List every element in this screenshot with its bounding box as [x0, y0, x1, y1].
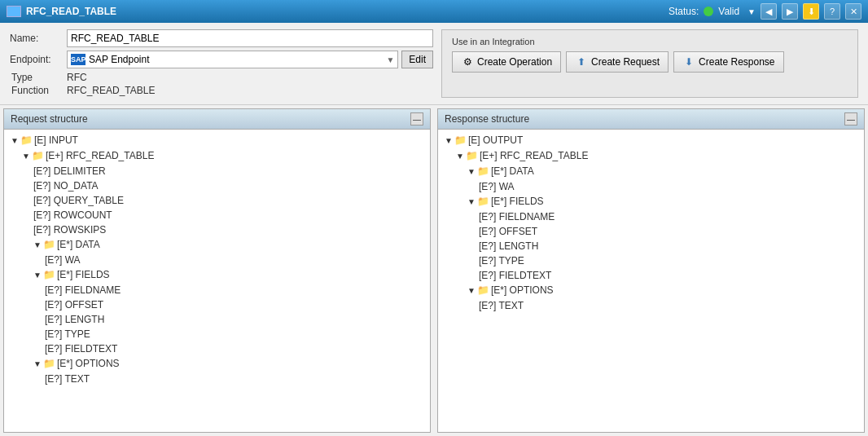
type-value: RFC — [67, 72, 87, 83]
request-panel-content: ▼📁[E] INPUT▼📁[E+] RFC_READ_TABLE[E?] DEL… — [4, 130, 430, 432]
form-area: Name: Endpoint: SAP SAP Endpoint ▼ Edit — [0, 23, 868, 105]
tree-item-s2[interactable]: ▼📁[E+] RFC_READ_TABLE — [441, 148, 861, 164]
response-panel-header: Response structure — — [438, 109, 864, 130]
response-panel-title: Response structure — [445, 113, 529, 125]
name-label: Name: — [10, 33, 67, 44]
status-value: Valid — [718, 6, 739, 17]
endpoint-arrow-icon: ▼ — [386, 55, 394, 64]
folder-icon: 📁 — [477, 196, 489, 207]
type-label: Type — [10, 72, 67, 83]
create-operation-button[interactable]: ⚙ Create Operation — [452, 51, 561, 73]
tree-item-s12[interactable]: [E?] TEXT — [441, 298, 861, 313]
tree-item-r7[interactable]: [E?] ROWSKIPS — [7, 222, 427, 237]
nav-back-button[interactable]: ◀ — [761, 3, 777, 20]
tree-item-label: [E+] RFC_READ_TABLE — [46, 150, 155, 161]
create-operation-icon: ⚙ — [461, 55, 474, 68]
request-panel-header: Request structure — — [4, 109, 430, 130]
folder-icon: 📁 — [43, 269, 55, 280]
tree-item-r2[interactable]: ▼📁[E+] RFC_READ_TABLE — [7, 148, 427, 164]
request-panel-minimize[interactable]: — — [410, 112, 423, 126]
tree-item-r1[interactable]: ▼📁[E] INPUT — [7, 133, 427, 148]
type-row: Type RFC — [10, 72, 433, 83]
response-panel-minimize[interactable]: — — [844, 112, 857, 126]
status-area: Status: Valid ▼ ◀ ▶ ⬇ ? ✕ — [669, 3, 861, 20]
create-request-icon: ⬆ — [575, 55, 588, 68]
tree-toggle: ▼ — [467, 197, 476, 206]
tree-item-label: [E+] RFC_READ_TABLE — [480, 150, 589, 161]
tree-item-label: [E?] DELIMITER — [33, 165, 106, 177]
tree-item-label: [E?] TYPE — [45, 328, 90, 340]
tree-item-s5[interactable]: ▼📁[E*] FIELDS — [441, 194, 861, 209]
tree-item-label: [E?] OFFSET — [45, 299, 103, 310]
status-dot — [704, 7, 713, 16]
help-button[interactable]: ? — [824, 3, 840, 20]
tree-toggle: ▼ — [33, 240, 42, 249]
tree-item-s8[interactable]: [E?] LENGTH — [441, 239, 861, 253]
tree-item-label: [E] OUTPUT — [468, 134, 523, 146]
endpoint-wrapper: SAP SAP Endpoint ▼ Edit — [67, 51, 433, 68]
tree-item-r10[interactable]: ▼📁[E*] FIELDS — [7, 267, 427, 283]
tree-item-s1[interactable]: ▼📁[E] OUTPUT — [441, 133, 861, 148]
tree-item-r12[interactable]: [E?] OFFSET — [7, 297, 427, 312]
tree-item-r11[interactable]: [E?] FIELDNAME — [7, 283, 427, 297]
tree-item-label: [E?] NO_DATA — [33, 180, 99, 192]
create-response-button[interactable]: ⬇ Create Response — [673, 51, 783, 73]
tree-item-label: [E?] WA — [479, 181, 515, 192]
tree-item-r6[interactable]: [E?] ROWCOUNT — [7, 208, 427, 222]
tree-item-r16[interactable]: ▼📁[E*] OPTIONS — [7, 356, 427, 372]
tree-item-label: [E?] TEXT — [479, 300, 524, 311]
tree-item-r13[interactable]: [E?] LENGTH — [7, 312, 427, 327]
tree-item-label: [E?] FIELDNAME — [479, 211, 555, 222]
form-section: Name: Endpoint: SAP SAP Endpoint ▼ Edit — [10, 29, 433, 98]
tree-item-s6[interactable]: [E?] FIELDNAME — [441, 209, 861, 224]
tree-item-label: [E?] FIELDNAME — [45, 284, 121, 296]
tree-toggle: ▼ — [467, 167, 476, 176]
tree-item-s10[interactable]: [E?] FIELDTEXT — [441, 268, 861, 283]
tree-item-r14[interactable]: [E?] TYPE — [7, 327, 427, 341]
edit-button[interactable]: Edit — [401, 51, 433, 68]
tree-item-label: [E*] FIELDS — [491, 196, 544, 207]
tree-item-r8[interactable]: ▼📁[E*] DATA — [7, 237, 427, 253]
function-value: RFC_READ_TABLE — [67, 85, 155, 96]
buttons-section: Use in an Integration ⚙ Create Operation… — [441, 29, 858, 98]
tree-item-r15[interactable]: [E?] FIELDTEXT — [7, 341, 427, 356]
tree-item-s9[interactable]: [E?] TYPE — [441, 253, 861, 268]
create-request-label: Create Request — [591, 56, 660, 68]
tree-item-s3[interactable]: ▼📁[E*] DATA — [441, 164, 861, 179]
tree-item-label: [E?] TEXT — [45, 373, 90, 385]
tree-item-r3[interactable]: [E?] DELIMITER — [7, 164, 427, 178]
tree-item-label: [E*] OPTIONS — [491, 284, 554, 296]
tree-item-label: [E?] LENGTH — [479, 240, 538, 252]
tree-item-r17[interactable]: [E?] TEXT — [7, 372, 427, 386]
tree-item-r4[interactable]: [E?] NO_DATA — [7, 178, 427, 193]
folder-icon: 📁 — [477, 284, 489, 296]
download-button[interactable]: ⬇ — [803, 3, 819, 20]
name-input[interactable] — [67, 29, 433, 47]
folder-icon: 📁 — [477, 165, 489, 177]
folder-icon: 📁 — [454, 134, 467, 146]
tree-item-s7[interactable]: [E?] OFFSET — [441, 224, 861, 239]
tree-item-s4[interactable]: [E?] WA — [441, 179, 861, 194]
tree-toggle: ▼ — [11, 136, 19, 145]
status-dropdown-arrow[interactable]: ▼ — [747, 7, 756, 16]
response-panel: Response structure — ▼📁[E] OUTPUT▼📁[E+] … — [437, 108, 865, 433]
folder-icon: 📁 — [466, 150, 478, 161]
close-button[interactable]: ✕ — [845, 3, 861, 20]
folder-icon: 📁 — [43, 358, 55, 369]
tree-item-label: [E?] OFFSET — [479, 226, 537, 237]
create-request-button[interactable]: ⬆ Create Request — [566, 51, 669, 73]
tree-item-label: [E*] DATA — [491, 165, 534, 177]
title-bar: RFC_READ_TABLE Status: Valid ▼ ◀ ▶ ⬇ ? ✕ — [0, 0, 868, 23]
tree-item-s11[interactable]: ▼📁[E*] OPTIONS — [441, 283, 861, 298]
tree-toggle: ▼ — [445, 136, 453, 145]
endpoint-dropdown[interactable]: SAP SAP Endpoint ▼ — [67, 51, 398, 68]
endpoint-label: Endpoint: — [10, 54, 67, 65]
tree-item-label: [E?] FIELDTEXT — [45, 343, 117, 355]
tree-toggle: ▼ — [22, 152, 30, 161]
tree-item-r9[interactable]: [E?] WA — [7, 253, 427, 267]
tree-toggle: ▼ — [456, 152, 464, 161]
function-label: Function — [10, 85, 67, 96]
folder-icon: 📁 — [43, 239, 55, 250]
nav-forward-button[interactable]: ▶ — [782, 3, 798, 20]
tree-item-r5[interactable]: [E?] QUERY_TABLE — [7, 193, 427, 208]
